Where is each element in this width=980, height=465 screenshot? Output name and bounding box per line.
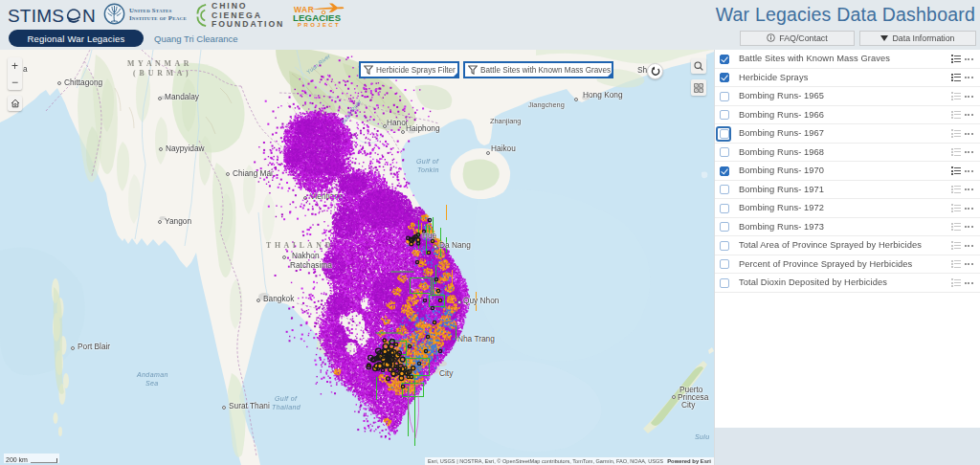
war-legacies-project-logo[interactable]: WAR LEGACIES PROJECT: [293, 2, 348, 29]
legend-icon[interactable]: [951, 93, 961, 101]
legend-icon[interactable]: [951, 279, 961, 288]
stimson-text: STIMS: [8, 6, 64, 27]
layer-label[interactable]: Bombing Runs- 1968: [739, 147, 824, 157]
tab-regional-war-legacies[interactable]: Regional War Legacies: [9, 30, 144, 47]
layer-label[interactable]: Bombing Runs- 1967: [739, 128, 824, 138]
city-dot: [401, 130, 405, 134]
layer-label[interactable]: Total Dioxin Deposited by Herbicides: [739, 277, 887, 287]
data-information-button[interactable]: Data Information: [859, 31, 976, 46]
filter-button-label: Herbicide Sprays Filter: [376, 66, 456, 75]
checkbox-focus-ring: [716, 126, 731, 142]
layer-checkbox[interactable]: [720, 222, 729, 232]
legend-icon[interactable]: [951, 186, 961, 194]
layer-label[interactable]: Herbicide Sprays: [739, 73, 808, 82]
layer-checkbox[interactable]: [720, 92, 729, 101]
map-label-water: Sulu: [695, 433, 710, 440]
layer-label[interactable]: Bombing Runs- 1973: [739, 222, 824, 232]
legend-icon[interactable]: [951, 205, 961, 213]
layer-checkbox[interactable]: [720, 278, 729, 288]
layer-label[interactable]: Total Area of Province Sprayed by Herbic…: [739, 240, 922, 250]
zoom-out-button[interactable]: −: [8, 74, 22, 90]
legend-icon[interactable]: [951, 148, 961, 157]
map-label-country: M Y A N M A R: [127, 59, 189, 68]
layer-options-button[interactable]: [965, 87, 973, 106]
layer-checkbox[interactable]: [720, 73, 729, 82]
city-dot: [574, 98, 578, 101]
layer-checkbox[interactable]: [720, 147, 729, 157]
home-button[interactable]: [8, 96, 22, 111]
legend-icon[interactable]: [951, 167, 961, 176]
map-label-city: Chittagong: [64, 78, 102, 87]
layer-checkbox[interactable]: [720, 259, 729, 269]
map-label-city: Chiang Mai: [233, 168, 273, 178]
tab-quang-tri-clearance[interactable]: Quang Tri Clearance: [154, 30, 238, 47]
layer-options-button[interactable]: [965, 199, 973, 218]
layer-options-button[interactable]: [965, 50, 973, 69]
wlp-project-text: PROJECT: [298, 22, 341, 28]
reset-orientation-button[interactable]: [647, 63, 663, 79]
layer-options-button[interactable]: [965, 255, 973, 275]
layer-checkbox[interactable]: [720, 241, 729, 251]
layer-options-button[interactable]: [965, 162, 973, 181]
battle-sites-filter-button[interactable]: Battle Sites with Known Mass Graves: [463, 61, 613, 78]
map-canvas[interactable]: M Y A N M A R( B U R M A )T H A I L A N …: [0, 50, 714, 465]
layer-options-button[interactable]: [965, 144, 973, 163]
layer-row: Bombing Runs- 1970: [715, 162, 980, 181]
layer-options-button[interactable]: [965, 124, 973, 144]
map-label-city: Yangon: [165, 216, 191, 226]
scale-bar: 200 km: [4, 454, 59, 463]
layer-label[interactable]: Bombing Runs- 1972: [739, 203, 824, 212]
reset-icon: [650, 66, 660, 77]
layer-label[interactable]: Percent of Province Sprayed by Herbicide…: [739, 259, 912, 269]
city-dot: [159, 147, 163, 151]
usip-emblem-icon: [103, 3, 125, 25]
layer-label[interactable]: Bombing Runs- 1966: [739, 110, 824, 120]
layer-checkbox[interactable]: [720, 185, 729, 194]
map-label-city: Mandalay: [165, 92, 199, 101]
city-dot: [486, 151, 490, 155]
legend-icon[interactable]: [951, 55, 961, 64]
layer-row: Herbicide Sprays: [715, 69, 980, 88]
legend-icon[interactable]: [951, 130, 961, 139]
legend-icon[interactable]: [951, 242, 961, 251]
legend-icon[interactable]: [951, 260, 961, 269]
stimson-logo[interactable]: STIMSN: [8, 6, 96, 27]
ccf-logo[interactable]: CHINO CIENEGA FOUNDATION: [196, 2, 284, 30]
basemap-gallery-button[interactable]: [691, 79, 706, 96]
layer-label[interactable]: Bombing Runs- 1971: [739, 185, 824, 194]
powered-by-esri[interactable]: Powered by Esri: [667, 458, 711, 464]
layer-options-button[interactable]: [965, 181, 973, 200]
layer-options-button[interactable]: [965, 218, 973, 237]
header: STIMSN United States Institute of Peace …: [0, 0, 980, 50]
legend-icon[interactable]: [951, 74, 961, 82]
map-label-city: Port Blair: [78, 342, 110, 351]
layer-label[interactable]: Bombing Runs- 1965: [739, 91, 824, 100]
legend-icon[interactable]: [951, 111, 961, 120]
map-label-city: City: [681, 400, 695, 410]
data-points-layer: [0, 50, 714, 465]
faq-contact-button[interactable]: FAQ/Contact: [740, 31, 855, 46]
map-label-water: Gulf of: [275, 395, 297, 402]
layer-options-button[interactable]: [965, 236, 973, 255]
layer-checkbox[interactable]: [720, 204, 729, 213]
layer-checkbox[interactable]: [720, 166, 729, 176]
layer-options-button[interactable]: [965, 274, 973, 293]
zoom-in-button[interactable]: +: [8, 57, 22, 74]
map-label-country: ( B U R M A ): [133, 69, 189, 78]
layer-options-button[interactable]: [965, 69, 973, 88]
info-icon: [767, 33, 775, 42]
layer-checkbox[interactable]: [720, 110, 729, 120]
city-dot: [282, 255, 286, 259]
search-button[interactable]: [691, 58, 706, 74]
layer-label[interactable]: Bombing Runs- 1970: [739, 166, 824, 175]
layer-list-panel: Battle Sites with Known Mass GravesHerbi…: [714, 50, 980, 465]
layer-row: Bombing Runs- 1972: [715, 199, 980, 218]
layer-label[interactable]: Battle Sites with Known Mass Graves: [739, 54, 890, 63]
city-dot: [672, 395, 676, 399]
layer-options-button[interactable]: [965, 106, 973, 125]
herbicide-sprays-filter-button[interactable]: Herbicide Sprays Filter: [359, 61, 459, 78]
layer-checkbox[interactable]: [720, 55, 729, 64]
faq-contact-label: FAQ/Contact: [779, 33, 827, 43]
usip-logo[interactable]: United States Institute of Peace: [103, 3, 187, 25]
legend-icon[interactable]: [951, 223, 961, 232]
